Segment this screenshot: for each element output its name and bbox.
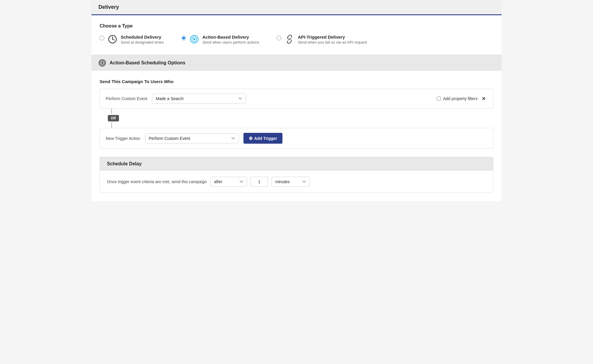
add-property-filters-container: Add property filters ✕ — [251, 95, 487, 102]
after-dropdown[interactable]: after immediately before — [210, 177, 247, 187]
link-icon — [285, 35, 294, 45]
scheduled-delivery-title: Scheduled Delivery — [121, 35, 164, 40]
radio-scheduled[interactable] — [100, 36, 104, 40]
svg-point-8 — [101, 62, 103, 64]
trigger-row-2: New Trigger Action Perform Custom Event … — [100, 128, 493, 149]
trigger-row-1: Perform Custom Event Made a Search Custo… — [100, 89, 493, 109]
add-trigger-label: Add Trigger — [254, 136, 277, 141]
add-property-filters-checkbox[interactable] — [437, 97, 441, 101]
api-triggered-delivery-title: API-Triggered Delivery — [298, 35, 367, 40]
schedule-delay-description: Once trigger event criteria are met, sen… — [107, 179, 207, 184]
remove-trigger-button[interactable]: ✕ — [480, 95, 487, 102]
trigger-label-1: Perform Custom Event — [106, 96, 147, 101]
connector-line-top — [111, 109, 112, 114]
schedule-delay-header: Schedule Delay — [100, 157, 493, 171]
radio-api-triggered[interactable] — [277, 36, 281, 40]
action-based-delivery-text: Action-Based Delivery Send when users pe… — [202, 35, 259, 44]
delivery-option-api-triggered[interactable]: API-Triggered Delivery Send when you tel… — [277, 35, 367, 45]
scheduled-delivery-desc: Send at designated times — [121, 40, 164, 44]
choose-type-section: Choose a Type Scheduled Delivery Send at… — [91, 15, 502, 55]
api-triggered-delivery-text: API-Triggered Delivery Send when you tel… — [298, 35, 367, 44]
radio-action-based[interactable] — [181, 36, 186, 40]
add-trigger-button[interactable]: ⊕ Add Trigger — [243, 133, 283, 144]
section-target-icon — [98, 59, 106, 67]
target-icon — [190, 35, 199, 45]
new-trigger-dropdown[interactable]: Perform Custom Event Interacted with Car… — [145, 133, 239, 143]
send-campaign-section: Send This Campaign To Users Who Perform … — [91, 71, 502, 201]
scheduled-delivery-text: Scheduled Delivery Send at designated ti… — [121, 35, 164, 44]
api-triggered-delivery-desc: Send when you tell us via an API request — [298, 40, 367, 44]
new-trigger-label: New Trigger Action — [106, 136, 140, 141]
schedule-delay-body: Once trigger event criteria are met, sen… — [100, 171, 493, 193]
send-campaign-label: Send This Campaign To Users Who — [100, 79, 493, 84]
action-based-scheduling-title: Action-Based Scheduling Options — [110, 60, 185, 66]
delay-number-input[interactable] — [251, 177, 268, 187]
or-badge: OR — [108, 115, 119, 121]
add-property-filters-label: Add property filters — [443, 96, 478, 101]
svg-point-5 — [193, 38, 195, 40]
trigger-event-dropdown[interactable]: Made a Search Custom Event 1 Custom Even… — [152, 94, 246, 104]
unit-dropdown[interactable]: minutes hours days weeks — [272, 177, 310, 187]
page-title: Delivery — [98, 4, 495, 10]
choose-type-label: Choose a Type — [100, 23, 493, 29]
clock-icon — [108, 35, 117, 45]
connector-line-bottom — [111, 123, 112, 128]
action-based-scheduling-header: Action-Based Scheduling Options — [91, 55, 502, 71]
or-divider: OR — [100, 109, 493, 128]
delivery-option-action-based[interactable]: Action-Based Delivery Send when users pe… — [181, 35, 259, 45]
header-bar: Delivery — [91, 0, 502, 15]
plus-icon: ⊕ — [249, 135, 253, 141]
delivery-options: Scheduled Delivery Send at designated ti… — [100, 35, 493, 45]
schedule-delay-title: Schedule Delay — [107, 161, 142, 166]
svg-line-2 — [113, 39, 114, 40]
action-based-delivery-desc: Send when users perform actions — [202, 40, 259, 44]
action-based-delivery-title: Action-Based Delivery — [202, 35, 259, 40]
schedule-delay-section: Schedule Delay Once trigger event criter… — [100, 157, 493, 193]
delivery-option-scheduled[interactable]: Scheduled Delivery Send at designated ti… — [100, 35, 164, 45]
